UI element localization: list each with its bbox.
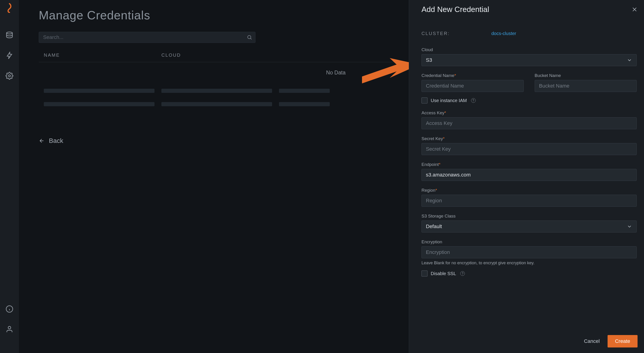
use-instance-iam-checkbox[interactable] <box>422 97 428 103</box>
nav-user-icon[interactable] <box>6 325 13 333</box>
search-icon <box>247 34 252 40</box>
column-name: NAME <box>44 52 162 58</box>
credential-name-input[interactable] <box>422 80 524 92</box>
cancel-button[interactable]: Cancel <box>582 336 601 347</box>
svg-point-1 <box>8 75 10 77</box>
nav-bolt-icon[interactable] <box>6 52 13 59</box>
disable-ssl-checkbox[interactable] <box>422 271 428 277</box>
bucket-name-label: Bucket Name <box>535 73 637 78</box>
svg-point-6 <box>248 35 251 39</box>
use-instance-iam-label: Use instance IAM <box>431 98 467 103</box>
credential-name-label: Credential Name* <box>422 73 524 78</box>
nav-gear-icon[interactable] <box>6 72 13 80</box>
endpoint-input[interactable] <box>422 169 636 181</box>
cluster-row: CLUSTER: docs-cluster <box>422 31 638 36</box>
column-cloud: CLOUD <box>162 52 254 58</box>
secret-key-input[interactable] <box>422 143 636 155</box>
nav-storage-icon[interactable] <box>6 31 13 39</box>
search-wrap <box>39 32 256 43</box>
svg-point-5 <box>8 326 10 329</box>
disable-ssl-row[interactable]: Disable SSL ? <box>422 271 636 277</box>
help-icon[interactable]: ? <box>460 271 465 276</box>
cluster-value: docs-cluster <box>491 31 516 36</box>
create-button[interactable]: Create <box>608 335 638 348</box>
encryption-label: Encryption <box>422 239 636 245</box>
chevron-down-icon <box>627 224 632 229</box>
drawer-footer: Cancel Create <box>422 330 638 353</box>
nav-info-icon[interactable] <box>6 305 13 313</box>
left-icon-rail <box>0 0 19 353</box>
storage-class-select[interactable]: Default <box>422 221 636 233</box>
chevron-down-icon <box>627 57 632 63</box>
close-icon[interactable] <box>632 6 638 12</box>
access-key-label: Access Key* <box>422 110 636 115</box>
app-logo[interactable] <box>4 3 14 13</box>
region-label: Region* <box>422 188 636 193</box>
search-input[interactable] <box>39 32 256 43</box>
help-icon[interactable]: ? <box>471 98 476 103</box>
encryption-input[interactable] <box>422 246 636 258</box>
region-input[interactable] <box>422 195 636 207</box>
access-key-input[interactable] <box>422 117 636 129</box>
endpoint-label: Endpoint* <box>422 162 636 167</box>
add-credential-drawer: Add New Credential CLUSTER: docs-cluster… <box>409 0 644 353</box>
disable-ssl-label: Disable SSL <box>431 271 456 276</box>
svg-point-0 <box>6 32 12 34</box>
cluster-label: CLUSTER: <box>422 31 450 36</box>
cloud-select[interactable]: S3 <box>422 54 636 66</box>
bucket-name-input[interactable] <box>535 80 637 92</box>
svg-line-7 <box>251 38 252 40</box>
back-label: Back <box>49 137 63 144</box>
storage-class-label: S3 Storage Class <box>422 214 636 219</box>
encryption-hint: Leave Blank for no encryption, to encryp… <box>422 261 636 266</box>
cloud-select-value: S3 <box>426 57 432 63</box>
drawer-form: Cloud S3 Credential Name* Bucket Name Us… <box>422 47 638 330</box>
drawer-header: Add New Credential <box>422 5 638 14</box>
secret-key-label: Secret Key* <box>422 136 636 141</box>
drawer-title: Add New Credential <box>422 5 489 14</box>
storage-class-value: Default <box>426 224 442 230</box>
cloud-label: Cloud <box>422 47 636 52</box>
